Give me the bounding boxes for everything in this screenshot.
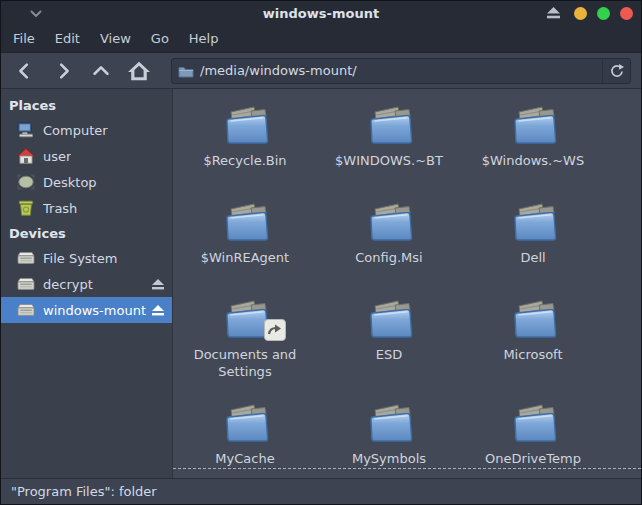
folder-icon <box>509 200 557 244</box>
places-header: Places <box>1 93 172 117</box>
file-name: OneDriveTemp <box>485 451 581 468</box>
chevron-right-icon <box>52 60 74 82</box>
file-item[interactable]: Config.Msi <box>317 200 461 297</box>
folder-icon <box>365 103 413 147</box>
file-grid: $Recycle.Bin $WINDOWS.~BT $Windows.~WS $… <box>173 89 641 468</box>
titlebar-eject-button[interactable] <box>547 7 560 19</box>
symlink-arrow-icon <box>268 324 282 336</box>
file-name: ESD <box>376 347 402 364</box>
file-name: Microsoft <box>503 347 562 364</box>
eject-icon <box>152 305 164 316</box>
file-name: Dell <box>520 250 545 267</box>
sidebar-item-computer[interactable]: Computer <box>1 117 172 143</box>
home-icon <box>127 60 151 82</box>
refresh-icon <box>609 63 625 79</box>
sidebar-item-trash[interactable]: Trash <box>1 195 172 221</box>
eject-decrypt-button[interactable] <box>152 279 164 290</box>
folder-icon <box>221 297 269 341</box>
file-item[interactable]: $WinREAgent <box>173 200 317 297</box>
file-item[interactable]: MySymbols <box>317 401 461 468</box>
file-name: $Recycle.Bin <box>203 153 286 170</box>
back-button[interactable] <box>11 57 39 85</box>
file-name: Documents and Settings <box>179 347 311 380</box>
menu-go[interactable]: Go <box>141 26 179 51</box>
folder-icon <box>221 103 269 147</box>
desktop-icon <box>17 174 35 190</box>
chevron-up-icon <box>90 60 112 82</box>
file-name: $WINDOWS.~BT <box>335 153 443 170</box>
file-item-symlink[interactable]: Documents and Settings <box>173 297 317 401</box>
menu-help[interactable]: Help <box>179 26 229 51</box>
forward-button[interactable] <box>49 57 77 85</box>
statusbar: "Program Files": folder <box>1 478 641 504</box>
home-folder-icon <box>17 148 35 164</box>
folder-icon <box>509 103 557 147</box>
file-item[interactable]: ESD <box>317 297 461 401</box>
drive-icon <box>17 302 35 318</box>
sidebar-item-windows-mount[interactable]: windows-mount <box>1 297 172 323</box>
up-button[interactable] <box>87 57 115 85</box>
file-item[interactable]: $WINDOWS.~BT <box>317 103 461 200</box>
file-item[interactable]: MyCache <box>173 401 317 468</box>
chevron-left-icon <box>14 60 36 82</box>
minimize-button[interactable] <box>574 7 587 20</box>
titlebar: windows-mount <box>1 1 641 25</box>
menubar: File Edit View Go Help <box>1 25 641 53</box>
status-text: "Program Files": folder <box>11 484 157 499</box>
eject-icon <box>152 279 164 290</box>
file-item[interactable]: $Windows.~WS <box>461 103 605 200</box>
folder-icon <box>509 401 557 445</box>
window-menu-button[interactable] <box>27 1 45 25</box>
folder-icon <box>365 401 413 445</box>
path-input[interactable]: /media/windows-mount/ <box>200 63 602 78</box>
refresh-button[interactable] <box>602 59 630 83</box>
folder-icon <box>221 401 269 445</box>
chevron-down-icon <box>27 4 45 22</box>
menu-edit[interactable]: Edit <box>45 26 90 51</box>
drive-icon <box>17 250 35 266</box>
eject-windows-mount-button[interactable] <box>152 305 164 316</box>
folder-icon <box>365 200 413 244</box>
eject-icon <box>547 7 560 19</box>
folder-icon <box>509 297 557 341</box>
menu-file[interactable]: File <box>3 26 45 51</box>
file-name: MySymbols <box>352 451 426 468</box>
file-item[interactable]: OneDriveTemp <box>461 401 605 468</box>
menu-view[interactable]: View <box>90 26 141 51</box>
close-button[interactable] <box>620 7 633 20</box>
file-manager-window: windows-mount File Edit View Go Help <box>0 0 642 505</box>
computer-icon <box>17 122 35 138</box>
sidebar-item-desktop[interactable]: Desktop <box>1 169 172 195</box>
folder-small-icon <box>178 64 194 78</box>
folder-icon <box>365 297 413 341</box>
file-item[interactable]: Microsoft <box>461 297 605 401</box>
path-bar[interactable]: /media/windows-mount/ <box>171 58 631 84</box>
file-item[interactable]: $Recycle.Bin <box>173 103 317 200</box>
home-button[interactable] <box>125 57 153 85</box>
selection-marquee-edge <box>173 468 641 469</box>
file-item[interactable]: Dell <box>461 200 605 297</box>
devices-header: Devices <box>1 221 172 245</box>
symlink-badge <box>264 319 286 341</box>
trash-icon <box>17 200 35 216</box>
file-view[interactable]: $Recycle.Bin $WINDOWS.~BT $Windows.~WS $… <box>173 89 641 478</box>
sidebar: Places Computer user Desktop Trash Devic… <box>1 89 173 478</box>
window-title: windows-mount <box>263 6 379 21</box>
file-name: $Windows.~WS <box>482 153 584 170</box>
toolbar: /media/windows-mount/ <box>1 53 641 89</box>
file-name: MyCache <box>215 451 274 468</box>
file-name: Config.Msi <box>355 250 422 267</box>
file-name: $WinREAgent <box>201 250 289 267</box>
drive-icon <box>17 276 35 292</box>
maximize-button[interactable] <box>597 7 610 20</box>
sidebar-item-decrypt[interactable]: decrypt <box>1 271 172 297</box>
sidebar-item-file-system[interactable]: File System <box>1 245 172 271</box>
sidebar-item-user[interactable]: user <box>1 143 172 169</box>
folder-icon <box>221 200 269 244</box>
